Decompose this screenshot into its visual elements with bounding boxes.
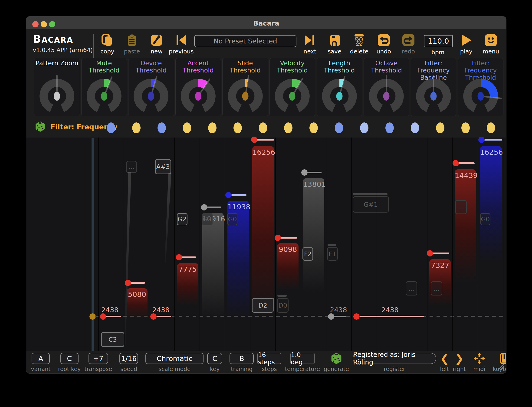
step-indicator-1[interactable] — [107, 122, 115, 133]
copy-button[interactable]: copy — [95, 34, 120, 55]
value-handle-dot[interactable] — [328, 313, 334, 320]
knob-control[interactable] — [39, 79, 74, 114]
step-indicator-11[interactable] — [360, 122, 368, 133]
note-label-box[interactable]: F2 — [303, 247, 313, 261]
step-indicator-10[interactable] — [335, 122, 343, 133]
sequencer-step-column-7[interactable]: 16256D2 — [250, 138, 275, 351]
key-button[interactable]: C — [207, 353, 222, 364]
root-key-button[interactable]: C — [60, 353, 78, 364]
note-label-box[interactable]: ... — [126, 161, 137, 173]
sequencer-step-column-10[interactable]: F12438 — [326, 138, 351, 351]
knob-control[interactable] — [369, 79, 404, 114]
note-bar[interactable]: 9098 — [277, 243, 298, 290]
variant-button[interactable]: A — [31, 353, 50, 364]
step-indicator-2[interactable] — [132, 122, 141, 133]
training-button[interactable]: B — [229, 353, 254, 364]
knob-control[interactable] — [416, 79, 451, 114]
undo-button[interactable]: undo — [371, 34, 396, 55]
note-label-box[interactable]: ... — [431, 281, 442, 296]
knob-control[interactable] — [87, 79, 122, 114]
value-handle-dot[interactable] — [353, 313, 360, 320]
value-handle-dot[interactable] — [100, 313, 106, 320]
sequencer-step-column-3[interactable]: A#32438 — [149, 138, 174, 351]
sequencer-step-column-2[interactable]: ...5080 — [124, 138, 149, 351]
sequencer-step-column-4[interactable]: G27775 — [174, 138, 200, 351]
pattern-dice-icon[interactable] — [35, 121, 46, 133]
step-indicator-7[interactable] — [259, 122, 267, 133]
value-handle-dot[interactable] — [225, 192, 232, 198]
sequencer-step-column-16[interactable]: 16256G0 — [478, 138, 503, 351]
step-indicator-14[interactable] — [436, 122, 444, 133]
step-indicator-12[interactable] — [385, 122, 394, 133]
step-indicator-13[interactable] — [411, 122, 419, 133]
sequencer-step-column-11[interactable]: G#1 — [351, 138, 376, 351]
step-indicator-9[interactable] — [309, 122, 318, 133]
note-label-box[interactable]: C3 — [101, 332, 124, 347]
value-handle-dot[interactable] — [125, 280, 131, 286]
delete-button[interactable]: delete — [347, 34, 371, 55]
knob-control[interactable] — [181, 79, 216, 114]
sequencer-step-column-1[interactable]: 2438C3 — [98, 138, 124, 351]
paste-button[interactable]: paste — [120, 34, 144, 55]
note-label-box[interactable]: ... — [455, 200, 467, 214]
knob-control[interactable] — [133, 79, 168, 114]
resize-grip-icon[interactable] — [495, 361, 505, 372]
steps-button[interactable]: 16 steps — [258, 353, 281, 364]
note-label-box[interactable]: A#3 — [155, 159, 171, 174]
note-label-box[interactable]: G2 — [202, 213, 212, 225]
note-bar[interactable]: 16256 — [252, 146, 274, 319]
note-label-box[interactable]: G0 — [227, 213, 237, 225]
dice-green-icon[interactable] — [330, 353, 342, 364]
note-label-box[interactable]: ... — [406, 281, 417, 296]
sequencer-step-column-15[interactable]: 14439... — [452, 138, 478, 351]
sequencer-step-column-13[interactable]: ... — [402, 138, 427, 351]
baseline-marker-dot[interactable] — [89, 313, 96, 320]
note-bar[interactable]: 13801 — [303, 178, 324, 292]
value-handle-dot[interactable] — [251, 137, 258, 143]
note-label-box[interactable]: G2 — [177, 213, 188, 225]
register-button[interactable]: Registered as: Joris Röling — [353, 353, 436, 364]
sequencer-step-column-5[interactable]: 10916G2 — [200, 138, 225, 351]
speed-button[interactable]: 1/16 — [119, 353, 138, 364]
knob-control[interactable] — [322, 79, 357, 114]
step-indicator-16[interactable] — [487, 122, 495, 133]
new-button[interactable]: new — [144, 34, 169, 55]
previous-button[interactable]: previous — [169, 34, 194, 55]
midi-icon[interactable] — [473, 353, 485, 364]
step-indicator-5[interactable] — [208, 122, 217, 133]
menu-button[interactable]: menu — [478, 34, 503, 55]
titlebar[interactable]: Bacara — [26, 16, 506, 29]
note-label-box[interactable]: D0 — [277, 298, 289, 313]
value-handle-dot[interactable] — [176, 254, 182, 260]
temperature-button[interactable]: 1.0 deg — [290, 353, 314, 364]
sequencer-step-column-12[interactable]: 2438 — [376, 138, 402, 351]
next-button[interactable]: next — [297, 34, 322, 55]
step-indicator-3[interactable] — [157, 122, 166, 133]
knob-control[interactable] — [228, 79, 263, 114]
bpm-input[interactable]: 110.0 — [424, 35, 453, 47]
note-label-box[interactable]: F1 — [327, 247, 338, 261]
knob-control[interactable] — [463, 79, 498, 114]
value-handle-dot[interactable] — [274, 235, 281, 241]
note-bar[interactable]: 10916 — [202, 213, 224, 319]
value-handle-dot[interactable] — [301, 169, 308, 176]
transpose-button[interactable]: +7 — [88, 353, 108, 364]
chevron-left-icon[interactable]: ❮ — [440, 353, 449, 364]
scale-mode-button[interactable]: Chromatic — [145, 353, 203, 364]
step-indicator-15[interactable] — [461, 122, 470, 133]
chevron-right-icon[interactable]: ❯ — [455, 353, 464, 364]
note-bar[interactable]: 14439 — [455, 169, 476, 282]
note-bar[interactable]: 7775 — [177, 263, 198, 306]
value-handle-dot[interactable] — [150, 313, 156, 320]
sequencer-step-column-8[interactable]: 9098D0 — [275, 138, 301, 351]
note-bar[interactable]: 16256 — [480, 146, 502, 263]
value-handle-dot[interactable] — [453, 160, 459, 166]
sequencer-step-column-6[interactable]: 11938G0 — [225, 138, 250, 351]
note-bar[interactable]: 5080 — [127, 288, 148, 319]
note-label-box[interactable]: D2 — [252, 298, 274, 313]
save-button[interactable]: save — [322, 34, 347, 55]
step-indicator-8[interactable] — [284, 122, 292, 133]
redo-button[interactable]: redo — [396, 34, 421, 55]
sequencer-step-column-14[interactable]: 7327... — [427, 138, 452, 351]
note-box-handle[interactable] — [273, 298, 274, 311]
